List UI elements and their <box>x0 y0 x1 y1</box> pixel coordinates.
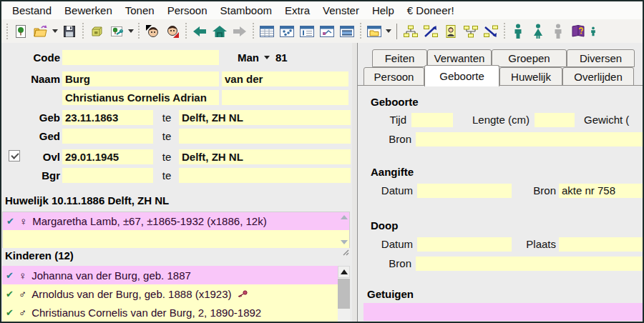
open-file-dropdown[interactable] <box>51 22 59 41</box>
burial-te-label: te <box>158 169 175 182</box>
descendants-tree-icon <box>403 24 419 39</box>
ancestors-diagram-button[interactable] <box>482 22 500 41</box>
save-button[interactable] <box>60 22 79 41</box>
gender-dropdown-caret-icon[interactable] <box>264 56 270 59</box>
open-folder-icon <box>33 24 49 39</box>
tab-huwelijk[interactable]: Huwelijk <box>499 67 562 86</box>
descendants-diagram-button[interactable] <box>421 22 440 41</box>
menu-tonen[interactable]: Tonen <box>119 4 161 16</box>
media-window-icon <box>339 24 355 39</box>
baptism-date-field[interactable] <box>62 129 153 144</box>
surname-field[interactable]: Burg <box>62 71 219 86</box>
tab-groepen[interactable]: Groepen <box>492 49 567 67</box>
spouse-row[interactable]: ✔ ♀ Margaretha Lamb, ±67, ±1865-1932 (x1… <box>3 212 349 230</box>
aangifte-datum-field[interactable] <box>417 184 512 198</box>
menu-persoon[interactable]: Persoon <box>161 4 214 16</box>
death-te-label: te <box>158 151 175 163</box>
spouse-list: ✔ ♀ Margaretha Lamb, ±67, ±1865-1932 (x1… <box>2 212 350 248</box>
given-names-field[interactable]: Christianus Cornelis Adrian <box>62 90 219 105</box>
ancestors-chart-button[interactable] <box>462 22 480 41</box>
home-button[interactable] <box>210 22 229 41</box>
child-text: Arnoldus van der Burg, geb. 1888 (x1923) <box>31 288 231 300</box>
extra-person-button[interactable] <box>589 22 597 41</box>
menu-stamboom[interactable]: Stamboom <box>214 4 279 16</box>
aangifte-bron-field[interactable]: akte nr 758 <box>559 184 643 198</box>
baptism-place-field[interactable] <box>179 129 351 144</box>
death-place-field[interactable]: Delft, ZH NL <box>179 149 351 164</box>
menu-extra[interactable]: Extra <box>278 4 316 16</box>
back-button[interactable] <box>190 22 209 41</box>
code-field[interactable] <box>62 50 219 65</box>
child-row[interactable]: ✔ ♀ Johanna van der Burg, geb. 1887 <box>2 266 338 284</box>
open-file-button[interactable] <box>31 22 50 41</box>
relations-view-button[interactable] <box>278 22 296 41</box>
maintenance-button[interactable] <box>107 22 126 41</box>
witnesses-list-row[interactable] <box>364 303 643 321</box>
home-icon <box>212 24 228 39</box>
menu-venster[interactable]: Venster <box>316 4 366 16</box>
doop-datum-field[interactable] <box>417 237 512 252</box>
children-scrollbar[interactable] <box>338 266 350 322</box>
burial-place-field[interactable] <box>179 168 351 183</box>
documents-button[interactable] <box>365 22 384 41</box>
menu-bestand[interactable]: Bestand <box>6 4 58 16</box>
relatives-button[interactable] <box>549 22 567 41</box>
doop-plaats-field[interactable] <box>559 237 643 252</box>
tab-persoon[interactable]: Persoon <box>364 67 424 86</box>
birth-bron-field[interactable] <box>416 132 643 146</box>
portrait-button[interactable] <box>441 22 460 41</box>
children-list: ✔ ♀ Johanna van der Burg, geb. 1887 ✔ ♂ … <box>2 266 338 322</box>
panel-splitter[interactable] <box>352 43 357 322</box>
burial-date-field[interactable] <box>62 168 153 183</box>
backup-button[interactable] <box>87 22 106 41</box>
tree-wrench-icon <box>109 24 124 39</box>
woman-button[interactable] <box>529 22 547 41</box>
maintenance-dropdown[interactable] <box>127 22 135 41</box>
documents-dropdown[interactable] <box>384 22 393 41</box>
tab-overlijden[interactable]: Overlijden <box>562 67 634 86</box>
resize-grip-icon[interactable] <box>341 249 349 256</box>
patronym-field[interactable] <box>222 90 348 105</box>
table-view-button[interactable] <box>258 22 276 41</box>
scrollbar-thumb[interactable] <box>338 279 350 309</box>
descendants-chart-button[interactable] <box>401 22 420 41</box>
menu-bewerken[interactable]: Bewerken <box>58 4 119 16</box>
death-checkbox[interactable] <box>9 150 20 162</box>
scroll-down-icon[interactable] <box>341 240 348 244</box>
report-window-icon <box>319 24 335 39</box>
birth-place-field[interactable]: Delft, ZH NL <box>179 110 351 125</box>
ged-label: Ged <box>1 130 62 142</box>
tab-feiten[interactable]: Feiten <box>372 49 427 67</box>
scroll-up-button[interactable] <box>338 266 350 278</box>
tijd-label: Tijd <box>376 112 406 128</box>
person-face-next-icon <box>165 24 180 39</box>
media-view-button[interactable] <box>338 22 356 41</box>
menu-doneer[interactable]: € Doneer! <box>401 4 461 16</box>
spouse-empty-row[interactable] <box>3 230 349 248</box>
spouse-scrollbar[interactable] <box>338 212 349 247</box>
next-person-button[interactable] <box>163 22 182 41</box>
timeline-view-button[interactable] <box>298 22 316 41</box>
doop-bron-field[interactable] <box>416 257 643 271</box>
tab-geboorte[interactable]: Geboorte <box>424 65 499 86</box>
tijd-field[interactable] <box>411 113 453 127</box>
tab-diversen[interactable]: Diversen <box>567 49 635 67</box>
child-text: Johanna van der Burg, geb. 1887 <box>31 269 191 282</box>
gewicht-label: Gewicht ( <box>584 112 643 128</box>
report-view-button[interactable] <box>318 22 336 41</box>
child-row[interactable]: ✔ ♂ Arnoldus van der Burg, geb. 1888 (x1… <box>2 284 338 303</box>
gender-dropdown-value[interactable]: Man <box>238 51 259 64</box>
death-date-field[interactable]: 29.01.1945 <box>62 149 153 164</box>
man-button[interactable] <box>509 22 527 41</box>
prefix-field[interactable]: van der <box>222 71 348 86</box>
child-row[interactable]: ✔ ♂ Christianus Cornelis van der Burg, 2… <box>2 303 338 322</box>
lengte-field[interactable] <box>535 113 575 127</box>
forward-button[interactable] <box>230 22 249 41</box>
reference-button[interactable] <box>569 22 587 41</box>
menu-help[interactable]: Help <box>366 4 401 16</box>
birth-date-field[interactable]: 23.11.1863 <box>62 110 153 125</box>
previous-person-button[interactable] <box>143 22 162 41</box>
code-label: Code <box>1 51 62 64</box>
new-file-button[interactable] <box>11 22 30 41</box>
scroll-up-icon[interactable] <box>341 215 348 219</box>
